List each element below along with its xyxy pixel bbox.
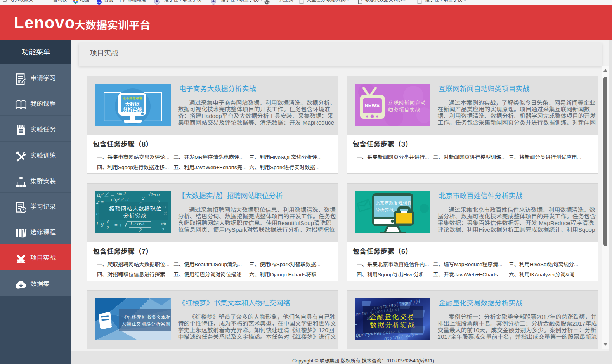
svg-text:= ±: = ± xyxy=(114,222,122,228)
svg-text:归类项目实战: 归类项目实战 xyxy=(388,106,420,113)
svg-text:人物社交网络分析案例: 人物社交网络分析案例 xyxy=(121,321,170,327)
svg-text:2: 2 xyxy=(139,227,142,233)
svg-text:NEWS: NEWS xyxy=(364,103,380,108)
svg-text:L g: L g xyxy=(96,220,104,227)
svg-text:电子商务平台: 电子商务平台 xyxy=(122,95,142,100)
svg-text:分析实战: 分析实战 xyxy=(375,207,394,213)
svg-text:sin 2: sin 2 xyxy=(117,191,126,196)
svg-text:分析实战: 分析实战 xyxy=(123,106,142,113)
svg-text:分析实战: 分析实战 xyxy=(123,212,146,219)
svg-text:2: 2 xyxy=(142,195,145,201)
svg-text:=: = xyxy=(355,324,357,328)
svg-text:du: du xyxy=(97,0,101,4)
svg-text:互联网新闻自动: 互联网新闻自动 xyxy=(388,99,426,106)
svg-text:北京市政百姓信件: 北京市政百姓信件 xyxy=(375,200,412,206)
svg-text:c: c xyxy=(96,211,99,217)
svg-text:招聘网站大数据职位: 招聘网站大数据职位 xyxy=(109,205,161,212)
svg-text:2: 2 xyxy=(106,225,109,231)
svg-text:= 2: = 2 xyxy=(158,227,164,232)
svg-text:√1-co: √1-co xyxy=(148,191,160,197)
svg-text:数据分析实战: 数据分析实战 xyxy=(369,320,415,329)
svg-text:《红楼梦》书集文本和: 《红楼梦》书集文本和 xyxy=(122,314,171,321)
svg-text:s/n: s/n xyxy=(161,221,166,227)
svg-text:ctg²∠-1: ctg²∠-1 xyxy=(111,197,129,203)
